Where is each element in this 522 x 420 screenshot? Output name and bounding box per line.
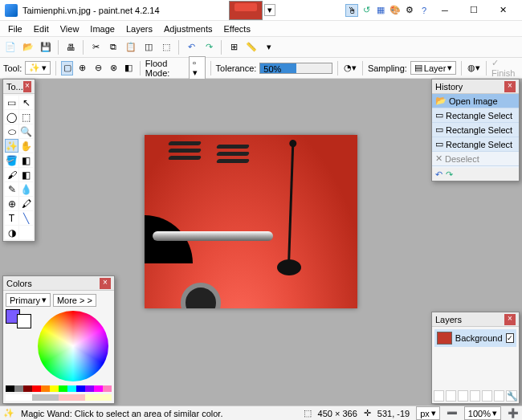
selmode-sub[interactable]: ⊖ <box>92 61 104 75</box>
layer-up[interactable] <box>482 390 492 402</box>
layer-delete[interactable] <box>446 390 456 402</box>
swatch[interactable] <box>32 385 41 392</box>
units-dropdown[interactable]: px ▾ <box>416 406 440 420</box>
copy-icon[interactable]: ⧉ <box>106 40 120 55</box>
open-icon[interactable]: 📂 <box>21 40 35 55</box>
swatch[interactable] <box>59 394 85 401</box>
primary-secondary-swatches[interactable] <box>6 309 31 328</box>
crop-icon[interactable]: ◫ <box>141 40 156 55</box>
maximize-button[interactable]: ☐ <box>459 2 488 19</box>
history-close[interactable]: × <box>504 81 516 92</box>
layers-window-toggle[interactable]: ▦ <box>374 4 387 17</box>
history-window-toggle[interactable]: ↺ <box>360 4 373 17</box>
print-icon[interactable]: 🖶 <box>63 40 78 55</box>
zoom-dropdown[interactable]: ▾ <box>262 40 276 55</box>
selmode-intersect[interactable]: ⊗ <box>108 61 120 75</box>
layer-merge[interactable] <box>470 390 480 402</box>
canvas[interactable] <box>145 135 357 308</box>
swatch[interactable] <box>76 385 85 392</box>
zoom-in-icon[interactable]: ➕ <box>508 408 519 418</box>
tool-move[interactable]: ↖ <box>19 96 33 109</box>
history-list[interactable]: 📂Open Image▭Rectangle Select▭Rectangle S… <box>432 94 519 168</box>
layer-add[interactable] <box>434 390 444 402</box>
zoom-dropdown[interactable]: 100% ▾ <box>464 406 501 420</box>
primary-secondary-dropdown[interactable]: Primary ▾ <box>6 293 51 307</box>
menu-view[interactable]: View <box>55 22 84 35</box>
swatch[interactable] <box>85 385 94 392</box>
swatch[interactable] <box>32 394 59 401</box>
history-item[interactable]: ▭Rectangle Select <box>432 123 519 137</box>
swatch[interactable] <box>59 385 67 392</box>
tool-pan[interactable]: ✋ <box>19 139 33 153</box>
swatch[interactable] <box>14 385 23 392</box>
palette-row-1[interactable] <box>6 385 112 392</box>
palette-row-2[interactable] <box>6 394 112 401</box>
tool-rect-select[interactable]: ▭ <box>5 96 18 109</box>
workspace[interactable]: To...× ▭ ↖ ◯ ⬚ ⬭ 🔍 ✨ ✋ 🪣 ◧ 🖌 ◧ ✎ 💧 ⊕ 🖍 T… <box>0 79 522 406</box>
save-icon[interactable]: 💾 <box>39 40 53 55</box>
selmode-invert[interactable]: ◧ <box>123 61 135 75</box>
layer-props[interactable]: 🔧 <box>506 390 517 402</box>
sampling-picker[interactable]: ▤ Layer ▾ <box>410 61 457 75</box>
tool-text[interactable]: T <box>5 211 18 225</box>
tool-zoom[interactable]: 🔍 <box>19 124 33 138</box>
tool-recolor[interactable]: 🖍 <box>19 197 33 210</box>
new-icon[interactable]: 📄 <box>3 40 18 55</box>
color-wheel[interactable] <box>38 311 108 381</box>
settings-icon[interactable]: ⚙ <box>403 4 416 17</box>
history-item[interactable]: ▭Rectangle Select <box>432 108 519 123</box>
tools-window-toggle[interactable]: 🖱 <box>345 4 358 17</box>
undo-icon[interactable]: ↶ <box>184 40 198 55</box>
menu-edit[interactable]: Edit <box>29 22 54 35</box>
minimize-button[interactable]: ─ <box>430 2 459 19</box>
layer-item[interactable]: Background ✓ <box>434 329 516 347</box>
selmode-add[interactable]: ⊕ <box>76 61 88 75</box>
tool-shapes[interactable]: ◑ <box>5 226 18 239</box>
tool-pencil[interactable]: ✎ <box>5 182 18 196</box>
tool-line[interactable]: ╲ <box>19 211 33 225</box>
tools-close[interactable]: × <box>23 81 31 92</box>
layer-down[interactable] <box>494 390 504 402</box>
menu-layers[interactable]: Layers <box>121 22 157 35</box>
tool-picker[interactable]: ✨▾ <box>25 61 51 75</box>
swatch[interactable] <box>94 385 103 392</box>
history-item[interactable]: 📂Open Image <box>432 94 519 108</box>
menu-effects[interactable]: Effects <box>219 22 255 35</box>
tool-ellipse-select[interactable]: ⬭ <box>5 124 18 138</box>
tool-gradient[interactable]: ◧ <box>19 153 33 167</box>
colors-close[interactable]: × <box>100 278 111 289</box>
tool-magic-wand[interactable]: ✨ <box>5 139 18 153</box>
tool-fill[interactable]: 🪣 <box>5 153 18 167</box>
grid-icon[interactable]: ⊞ <box>226 40 241 55</box>
help-icon[interactable]: ? <box>418 4 430 17</box>
tolerance-slider[interactable]: 50% <box>259 63 332 74</box>
thumbnail-dropdown[interactable]: ▾ <box>264 4 275 16</box>
menu-file[interactable]: File <box>3 22 27 35</box>
tool-picker[interactable]: 💧 <box>19 182 33 196</box>
colors-window-toggle[interactable]: 🎨 <box>389 4 402 17</box>
selmode-replace[interactable]: ▢ <box>61 61 73 75</box>
ruler-icon[interactable]: 📏 <box>244 40 259 55</box>
swatch[interactable] <box>85 394 112 401</box>
antialias-icon[interactable]: ◔▾ <box>343 61 357 75</box>
swatch[interactable] <box>6 394 32 401</box>
flood-mode-picker[interactable]: ▫ ▾ <box>189 56 206 80</box>
swatch[interactable] <box>67 385 76 392</box>
tool-lasso[interactable]: ◯ <box>5 110 18 124</box>
layer-visible-checkbox[interactable]: ✓ <box>506 333 514 343</box>
deselect-icon[interactable]: ⬚ <box>159 40 173 55</box>
swatch[interactable] <box>6 385 14 392</box>
layer-duplicate[interactable] <box>458 390 468 402</box>
layers-close[interactable]: × <box>504 314 516 325</box>
swatch[interactable] <box>50 385 59 392</box>
history-redo-icon[interactable]: ↷ <box>446 169 453 179</box>
paste-icon[interactable]: 📋 <box>124 40 138 55</box>
fill-icon[interactable]: ◍▾ <box>467 61 481 75</box>
document-thumbnail[interactable] <box>229 1 263 20</box>
swatch[interactable] <box>41 385 50 392</box>
zoom-out-icon[interactable]: ➖ <box>447 408 458 418</box>
close-button[interactable]: ✕ <box>488 2 517 19</box>
swatch[interactable] <box>23 385 32 392</box>
history-undo-icon[interactable]: ↶ <box>435 169 442 179</box>
tool-eraser[interactable]: ◧ <box>19 168 33 181</box>
